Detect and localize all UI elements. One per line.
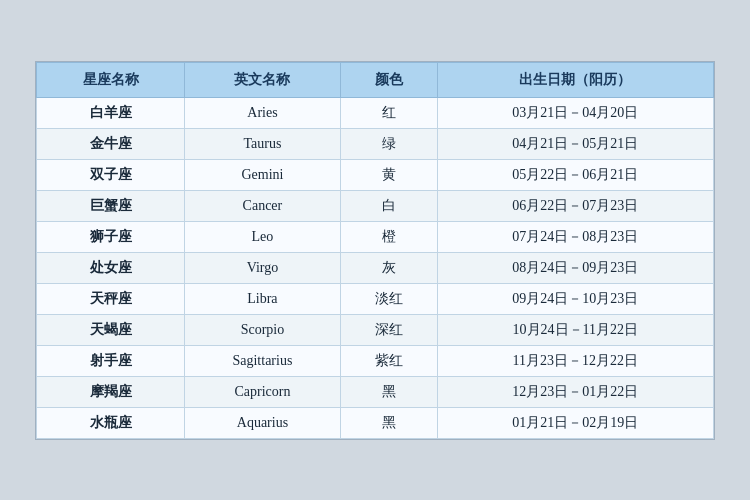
header-english-name: 英文名称 (185, 62, 340, 97)
cell-chinese-name: 狮子座 (37, 221, 185, 252)
cell-color: 灰 (340, 252, 437, 283)
cell-dates: 11月23日－12月22日 (437, 345, 713, 376)
cell-color: 橙 (340, 221, 437, 252)
cell-english-name: Gemini (185, 159, 340, 190)
cell-chinese-name: 金牛座 (37, 128, 185, 159)
cell-dates: 09月24日－10月23日 (437, 283, 713, 314)
cell-color: 深红 (340, 314, 437, 345)
cell-color: 白 (340, 190, 437, 221)
cell-english-name: Virgo (185, 252, 340, 283)
cell-chinese-name: 巨蟹座 (37, 190, 185, 221)
table-row: 处女座Virgo灰08月24日－09月23日 (37, 252, 714, 283)
cell-chinese-name: 天蝎座 (37, 314, 185, 345)
cell-english-name: Taurus (185, 128, 340, 159)
cell-dates: 08月24日－09月23日 (437, 252, 713, 283)
cell-english-name: Aries (185, 97, 340, 128)
table-row: 摩羯座Capricorn黑12月23日－01月22日 (37, 376, 714, 407)
header-dates: 出生日期（阳历） (437, 62, 713, 97)
cell-chinese-name: 水瓶座 (37, 407, 185, 438)
cell-chinese-name: 摩羯座 (37, 376, 185, 407)
table-row: 巨蟹座Cancer白06月22日－07月23日 (37, 190, 714, 221)
table-row: 天蝎座Scorpio深红10月24日－11月22日 (37, 314, 714, 345)
cell-color: 绿 (340, 128, 437, 159)
cell-color: 黑 (340, 407, 437, 438)
cell-english-name: Capricorn (185, 376, 340, 407)
cell-color: 黄 (340, 159, 437, 190)
zodiac-table: 星座名称 英文名称 颜色 出生日期（阳历） 白羊座Aries红03月21日－04… (36, 62, 714, 439)
table-row: 双子座Gemini黄05月22日－06月21日 (37, 159, 714, 190)
table-header-row: 星座名称 英文名称 颜色 出生日期（阳历） (37, 62, 714, 97)
cell-color: 紫红 (340, 345, 437, 376)
cell-dates: 06月22日－07月23日 (437, 190, 713, 221)
cell-english-name: Leo (185, 221, 340, 252)
cell-english-name: Cancer (185, 190, 340, 221)
cell-dates: 01月21日－02月19日 (437, 407, 713, 438)
table-row: 狮子座Leo橙07月24日－08月23日 (37, 221, 714, 252)
cell-dates: 10月24日－11月22日 (437, 314, 713, 345)
cell-dates: 04月21日－05月21日 (437, 128, 713, 159)
header-chinese-name: 星座名称 (37, 62, 185, 97)
cell-color: 淡红 (340, 283, 437, 314)
cell-color: 红 (340, 97, 437, 128)
cell-english-name: Scorpio (185, 314, 340, 345)
cell-color: 黑 (340, 376, 437, 407)
cell-dates: 03月21日－04月20日 (437, 97, 713, 128)
cell-chinese-name: 天秤座 (37, 283, 185, 314)
cell-chinese-name: 白羊座 (37, 97, 185, 128)
cell-english-name: Sagittarius (185, 345, 340, 376)
cell-chinese-name: 射手座 (37, 345, 185, 376)
cell-chinese-name: 双子座 (37, 159, 185, 190)
cell-english-name: Libra (185, 283, 340, 314)
zodiac-table-container: 星座名称 英文名称 颜色 出生日期（阳历） 白羊座Aries红03月21日－04… (35, 61, 715, 440)
table-row: 金牛座Taurus绿04月21日－05月21日 (37, 128, 714, 159)
cell-dates: 07月24日－08月23日 (437, 221, 713, 252)
cell-dates: 12月23日－01月22日 (437, 376, 713, 407)
table-row: 水瓶座Aquarius黑01月21日－02月19日 (37, 407, 714, 438)
table-row: 射手座Sagittarius紫红11月23日－12月22日 (37, 345, 714, 376)
cell-english-name: Aquarius (185, 407, 340, 438)
table-row: 天秤座Libra淡红09月24日－10月23日 (37, 283, 714, 314)
table-body: 白羊座Aries红03月21日－04月20日金牛座Taurus绿04月21日－0… (37, 97, 714, 438)
table-row: 白羊座Aries红03月21日－04月20日 (37, 97, 714, 128)
cell-chinese-name: 处女座 (37, 252, 185, 283)
cell-dates: 05月22日－06月21日 (437, 159, 713, 190)
header-color: 颜色 (340, 62, 437, 97)
